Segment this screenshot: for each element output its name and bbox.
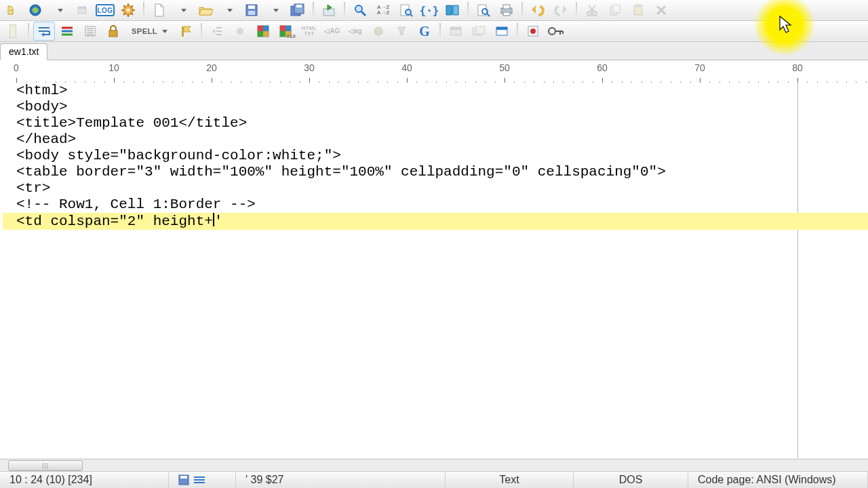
open-file-dropdown[interactable]: [218, 1, 239, 20]
svg-rect-84: [180, 476, 187, 479]
scrollbar-thumb[interactable]: |||: [8, 460, 83, 471]
svg-rect-15: [248, 5, 255, 9]
status-position: 10 : 24 (10) [234]: [0, 472, 169, 488]
line-numbers-icon[interactable]: [79, 22, 101, 41]
status-flags: [169, 472, 236, 488]
svg-line-12: [131, 5, 133, 7]
svg-point-24: [406, 9, 411, 15]
secondary-toolbar: SPELL #10 HTMLTXT ◁AG ◁ag G: [0, 21, 868, 42]
new-file-icon[interactable]: [149, 1, 170, 20]
svg-point-5: [127, 9, 130, 12]
brackets-icon[interactable]: {·}: [418, 1, 440, 20]
svg-rect-63: [258, 31, 263, 37]
svg-rect-76: [496, 27, 507, 30]
code-line[interactable]: <table border="3" width="100%" height="1…: [3, 164, 868, 180]
svg-rect-61: [258, 26, 263, 31]
save-small-icon: [178, 474, 189, 485]
margin-icon[interactable]: [2, 22, 24, 41]
tab-bar: ew1.txt: [0, 42, 868, 60]
svg-rect-67: [285, 26, 291, 31]
code-line[interactable]: </head>: [3, 131, 868, 148]
close-x-icon[interactable]: [650, 1, 672, 20]
file-tab[interactable]: ew1.txt: [0, 43, 47, 60]
settings-gear-icon[interactable]: [117, 1, 139, 20]
window-2-icon[interactable]: [468, 22, 490, 41]
run-icon[interactable]: [318, 1, 340, 20]
lock-icon[interactable]: [102, 22, 124, 41]
open-file-icon[interactable]: [195, 1, 216, 20]
window-1-icon[interactable]: [445, 22, 467, 41]
syntax-highlight-icon[interactable]: [56, 22, 78, 41]
svg-rect-72: [450, 27, 461, 30]
find-in-files-icon[interactable]: [473, 1, 494, 20]
code-line[interactable]: <body>: [3, 99, 868, 115]
find-icon[interactable]: [349, 1, 371, 20]
print-icon[interactable]: [496, 1, 517, 20]
home-dropdown[interactable]: [48, 1, 70, 20]
redo-icon[interactable]: [550, 1, 572, 20]
spell-button[interactable]: SPELL: [125, 22, 174, 41]
save-all-icon[interactable]: [287, 1, 309, 20]
save-dropdown[interactable]: [264, 1, 285, 20]
column-ruler: 01020304050607080: [0, 60, 868, 85]
google-g-icon[interactable]: G: [414, 22, 435, 41]
svg-line-29: [487, 14, 490, 16]
svg-point-78: [530, 28, 536, 34]
tag-lower-icon[interactable]: ◁ag: [344, 22, 366, 41]
editor-area[interactable]: <html><body><title>Template 001</title><…: [0, 83, 868, 458]
find-replace-icon[interactable]: A→ZA→Z: [372, 1, 394, 20]
key-icon[interactable]: [545, 22, 567, 41]
horizontal-scrollbar[interactable]: |||: [0, 459, 868, 472]
outdent-icon[interactable]: [206, 22, 228, 41]
number-grid-icon[interactable]: #10: [275, 22, 297, 41]
svg-rect-0: [9, 10, 12, 11]
svg-rect-32: [503, 12, 510, 16]
app-menu-icon[interactable]: [2, 1, 24, 20]
cut-icon[interactable]: [581, 1, 603, 20]
svg-rect-54: [109, 30, 117, 37]
window-3-icon[interactable]: [491, 22, 513, 41]
svg-rect-31: [503, 5, 510, 9]
html-txt-icon[interactable]: HTMLTXT: [298, 22, 320, 41]
svg-rect-38: [613, 5, 620, 13]
bookmark-flag-icon[interactable]: [175, 22, 197, 41]
code-line[interactable]: <html>: [3, 83, 868, 99]
book-icon[interactable]: [441, 1, 463, 20]
log-button[interactable]: LOG: [94, 1, 116, 20]
status-mode: Text: [446, 472, 574, 488]
wrap-icon[interactable]: [33, 22, 55, 41]
orb-icon[interactable]: [368, 22, 389, 41]
svg-rect-43: [9, 24, 16, 38]
tag-upper-icon[interactable]: ◁AG: [321, 22, 343, 41]
code-line[interactable]: <body style="background-color:white;">: [3, 148, 868, 164]
code-line[interactable]: <tr>: [3, 180, 868, 197]
code-line-current[interactable]: <td colspan="2" height+': [3, 213, 868, 230]
svg-rect-16: [248, 11, 255, 15]
lines-small-icon: [193, 475, 205, 485]
code-line[interactable]: <title>Template 001</title>: [3, 115, 868, 131]
svg-rect-40: [636, 4, 640, 7]
svg-point-70: [374, 27, 382, 35]
funnel-icon[interactable]: [391, 22, 412, 41]
copy-icon[interactable]: [604, 1, 626, 20]
code-line[interactable]: <!-- Row1, Cell 1:Border -->: [3, 197, 868, 213]
svg-rect-74: [476, 26, 485, 34]
bullet-icon[interactable]: [229, 22, 251, 41]
home-icon[interactable]: [25, 1, 47, 20]
svg-rect-62: [263, 26, 269, 31]
record-icon[interactable]: [522, 22, 544, 41]
doc-search-icon[interactable]: [395, 1, 417, 20]
svg-point-21: [355, 5, 362, 12]
char-grid-icon[interactable]: [252, 22, 274, 41]
new-file-dropdown[interactable]: [172, 1, 193, 20]
svg-rect-68: [280, 31, 285, 37]
save-icon[interactable]: [241, 1, 262, 20]
main-toolbar: LOG A→ZA→Z {·}: [0, 0, 868, 21]
svg-point-79: [549, 28, 555, 35]
undo-icon[interactable]: [527, 1, 549, 20]
paste-icon[interactable]: [627, 1, 649, 20]
svg-rect-19: [296, 5, 302, 7]
status-bar: 10 : 24 (10) [234] ' 39 $27 Text DOS Cod…: [0, 471, 868, 488]
reload-icon[interactable]: [71, 1, 93, 20]
svg-rect-20: [323, 9, 334, 16]
